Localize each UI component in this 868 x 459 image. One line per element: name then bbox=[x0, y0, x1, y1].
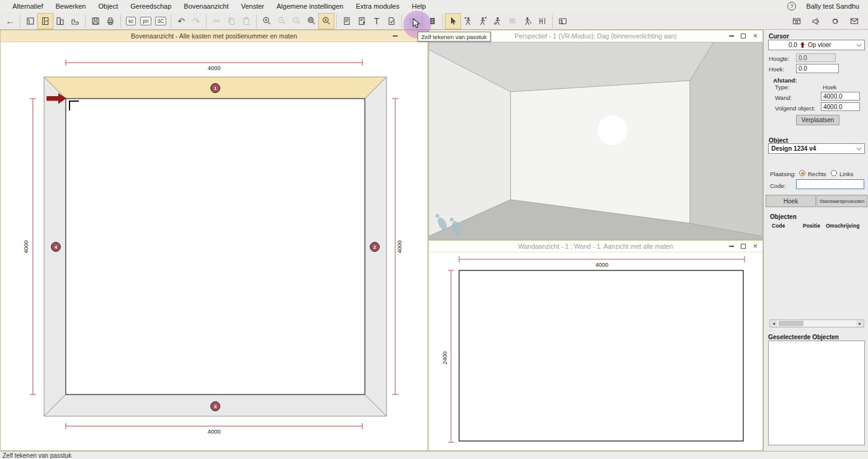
toolbar-separator bbox=[120, 14, 121, 28]
zoom-window-button[interactable] bbox=[304, 14, 319, 29]
geselecteerde-listbox[interactable] bbox=[768, 341, 865, 445]
menu-bovenaanzicht[interactable]: Bovenaanzicht bbox=[177, 2, 235, 10]
toolbar-separator bbox=[552, 14, 553, 28]
wall-badge-4[interactable]: 4 bbox=[51, 243, 61, 252]
walk-object-button[interactable] bbox=[520, 14, 535, 29]
toolbar-separator bbox=[336, 14, 337, 28]
menu-help[interactable]: Help bbox=[406, 2, 432, 10]
redo-icon: ↷ bbox=[192, 16, 200, 26]
c3-button[interactable]: 3C bbox=[153, 14, 168, 29]
minimize-button[interactable] bbox=[393, 35, 398, 37]
scroll-left-icon[interactable]: ◂ bbox=[770, 320, 777, 327]
zoom-in-button[interactable] bbox=[259, 14, 274, 29]
photo-button[interactable] bbox=[789, 14, 804, 29]
scrollbar-thumb[interactable] bbox=[779, 321, 803, 326]
announce-button[interactable] bbox=[808, 14, 823, 29]
wand-label: Wand: bbox=[775, 94, 792, 101]
svg-text:2: 2 bbox=[374, 244, 377, 250]
pn-button[interactable]: pn bbox=[138, 14, 153, 29]
plaatsing-label: Plaatsing: bbox=[770, 171, 796, 177]
objecten-hscrollbar[interactable]: ◂ ▸ bbox=[769, 319, 864, 328]
dimensions-button[interactable] bbox=[535, 14, 550, 29]
view-top-button[interactable] bbox=[23, 14, 38, 29]
minimize-button[interactable] bbox=[729, 246, 734, 247]
cursor-position-value: 0.0 bbox=[789, 42, 797, 48]
undo-button[interactable]: ↶ bbox=[174, 14, 189, 29]
template-button[interactable] bbox=[384, 14, 399, 29]
zoom-out-button bbox=[274, 14, 289, 29]
draw-left-button[interactable] bbox=[490, 14, 505, 29]
hoek-tab-button[interactable]: Hoek bbox=[766, 195, 816, 207]
type-value: Hoek bbox=[823, 84, 836, 91]
zoom-actual-icon: 1 bbox=[292, 16, 302, 26]
hoek-input[interactable]: 0.0 bbox=[796, 64, 839, 73]
wallview-window: Wandaanzicht - 1 : Wand - 1. Aanzicht me… bbox=[428, 240, 763, 451]
wallview-titlebar[interactable]: Wandaanzicht - 1 : Wand - 1. Aanzicht me… bbox=[429, 241, 763, 252]
wall-badge-2[interactable]: 2 bbox=[370, 243, 380, 252]
links-label: Links bbox=[839, 171, 853, 177]
menu-extra-modules[interactable]: Extra modules bbox=[349, 2, 405, 10]
wall-badge-3[interactable]: 3 bbox=[211, 402, 220, 411]
dim-height-label: 2400 bbox=[441, 351, 448, 364]
view-elevation-button[interactable] bbox=[53, 14, 68, 29]
wall-badge-1[interactable]: 1 bbox=[211, 84, 220, 93]
support-icon bbox=[830, 16, 840, 26]
tooltip: Zelf tekenen van passtuk bbox=[418, 32, 491, 42]
menu-gereedschap[interactable]: Gereedschap bbox=[124, 2, 177, 10]
toolbar-separator bbox=[442, 14, 443, 28]
undo-icon: ↶ bbox=[177, 16, 185, 26]
dim-left-label: 4000 bbox=[22, 240, 29, 253]
verplaatsen-button[interactable]: Verplaatsen bbox=[796, 115, 839, 125]
menu-object[interactable]: Object bbox=[92, 2, 124, 10]
pointer-button[interactable] bbox=[445, 14, 460, 29]
mail-button[interactable] bbox=[847, 14, 862, 29]
text-tool-button[interactable]: T bbox=[369, 14, 384, 29]
maximize-icon bbox=[741, 33, 746, 38]
maximize-button[interactable] bbox=[741, 244, 746, 249]
cut-button: ✂ bbox=[209, 14, 224, 29]
back-button[interactable]: ← bbox=[2, 14, 17, 29]
cursor-position-select[interactable]: 0.0 Op vloer bbox=[768, 40, 865, 50]
walkthrough-button[interactable] bbox=[555, 14, 570, 29]
comment-button[interactable] bbox=[354, 14, 369, 29]
menu-venster[interactable]: Venster bbox=[235, 2, 270, 10]
toolbar-separator bbox=[256, 14, 257, 28]
close-button[interactable]: × bbox=[753, 33, 758, 39]
maximize-button[interactable] bbox=[741, 33, 746, 38]
object-select[interactable]: Design 1234 v4 bbox=[768, 143, 865, 154]
volgend-object-input[interactable]: 4000.0 bbox=[821, 102, 860, 111]
perspective-canvas[interactable] bbox=[429, 42, 763, 239]
draw-right-button[interactable] bbox=[475, 14, 490, 29]
view-corner-button[interactable] bbox=[68, 14, 83, 29]
note-button[interactable] bbox=[339, 14, 354, 29]
save-button[interactable] bbox=[88, 14, 103, 29]
print-button[interactable] bbox=[103, 14, 118, 29]
support-button[interactable] bbox=[828, 14, 843, 29]
draw-passtuk-button[interactable] bbox=[460, 14, 475, 29]
zoom-all-button[interactable]: A bbox=[319, 14, 334, 29]
scroll-right-icon[interactable]: ▸ bbox=[856, 320, 864, 327]
menu-bewerken[interactable]: Bewerken bbox=[50, 2, 92, 10]
view-wall-button[interactable] bbox=[38, 14, 53, 29]
rechts-radio[interactable] bbox=[799, 170, 805, 176]
menu-alternatief[interactable]: Alternatief bbox=[6, 2, 50, 10]
wand-input[interactable]: 4000.0 bbox=[821, 92, 860, 100]
sc-button[interactable]: sc bbox=[123, 14, 138, 29]
toolbar-separator bbox=[85, 14, 86, 28]
floorplan-canvas[interactable]: 4000 4000 4000 4000 1 2 3 bbox=[1, 42, 427, 450]
dim-bottom-label: 4000 bbox=[207, 428, 220, 435]
wallview-canvas[interactable]: 4000 2400 bbox=[429, 252, 763, 450]
standaardproducten-tab-button[interactable]: Standaardproducten bbox=[817, 195, 867, 207]
links-radio[interactable] bbox=[831, 170, 837, 176]
minimize-button[interactable] bbox=[729, 35, 734, 37]
toolbar: ←scpn3C↶↷✂1AT↻ bbox=[0, 12, 868, 30]
geselecteerde-label: Geselecteerde Objecten bbox=[768, 334, 839, 341]
topview-titlebar[interactable]: Bovenaanzicht - Alle kasten met positien… bbox=[1, 30, 427, 42]
room-floor[interactable] bbox=[66, 99, 365, 394]
close-button[interactable]: × bbox=[753, 243, 758, 249]
dim-width-label: 4000 bbox=[595, 261, 608, 268]
help-icon[interactable]: ? bbox=[787, 2, 796, 11]
code-input[interactable] bbox=[796, 179, 864, 189]
menu-algemene-instellingen[interactable]: Algemene instellingen bbox=[271, 2, 350, 10]
text-tool-icon: T bbox=[374, 16, 380, 26]
